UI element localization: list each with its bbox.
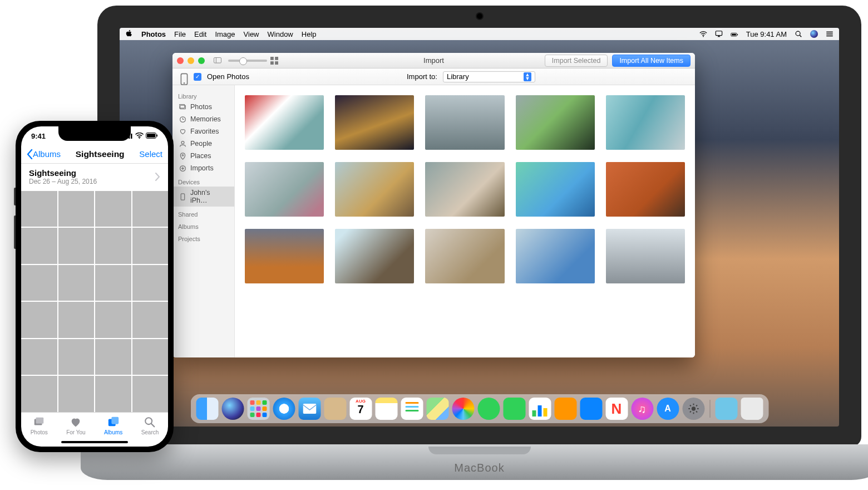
siri-icon[interactable] xyxy=(810,30,818,38)
tab-photos[interactable]: Photos xyxy=(31,416,48,435)
dock-app-calendar[interactable]: AUG7 xyxy=(349,398,372,420)
import-thumbnail[interactable] xyxy=(516,229,595,283)
import-thumbnail[interactable] xyxy=(425,229,504,283)
home-indicator[interactable] xyxy=(61,441,128,443)
photo-thumbnail[interactable] xyxy=(132,376,169,412)
thumbnail-size-slider[interactable] xyxy=(228,60,267,62)
menubar-item-image[interactable]: Image xyxy=(215,30,235,38)
import-selected-button[interactable]: Import Selected xyxy=(545,55,608,67)
import-thumbnail[interactable] xyxy=(245,95,324,150)
notification-center-icon[interactable] xyxy=(826,30,834,38)
sidebar-toggle-icon[interactable] xyxy=(214,57,221,65)
import-thumbnail[interactable] xyxy=(516,162,595,217)
menubar-item-file[interactable]: File xyxy=(174,30,186,38)
photo-thumbnail[interactable] xyxy=(95,302,131,338)
window-minimize-button[interactable] xyxy=(188,57,194,64)
back-button[interactable]: Albums xyxy=(27,149,61,159)
grid-view-icon[interactable] xyxy=(270,57,278,65)
dock-app-keynote[interactable] xyxy=(580,398,602,420)
dock-folder-downloads[interactable] xyxy=(715,398,737,420)
dock-app-mail[interactable] xyxy=(298,398,320,420)
dock-app-system-preferences[interactable] xyxy=(682,398,704,420)
dock-app-safari[interactable] xyxy=(273,398,295,420)
menubar-app-name[interactable]: Photos xyxy=(141,30,166,38)
sidebar-section-albums[interactable]: Albums xyxy=(172,222,234,231)
dock-app-news[interactable]: N xyxy=(605,398,628,420)
import-thumbnail[interactable] xyxy=(516,95,595,150)
dock-app-itunes[interactable]: ♫ xyxy=(631,398,653,420)
import-thumbnail[interactable] xyxy=(335,162,414,217)
menubar-item-edit[interactable]: Edit xyxy=(194,30,206,38)
photo-thumbnail[interactable] xyxy=(21,302,57,338)
menubar-item-window[interactable]: Window xyxy=(268,30,293,38)
photo-thumbnail[interactable] xyxy=(95,376,131,412)
photo-thumbnail[interactable] xyxy=(58,191,95,227)
dock-app-siri[interactable] xyxy=(221,398,244,420)
photo-thumbnail[interactable] xyxy=(132,228,169,264)
tab-for-you[interactable]: For You xyxy=(66,416,85,435)
photo-thumbnail[interactable] xyxy=(21,265,57,301)
sidebar-item-people[interactable]: People xyxy=(172,138,234,150)
dock-app-pages[interactable] xyxy=(554,398,576,420)
dock-app-facetime[interactable] xyxy=(503,398,525,420)
import-all-button[interactable]: Import All New Items xyxy=(612,55,691,67)
tab-albums[interactable]: Albums xyxy=(104,416,122,435)
photo-thumbnail[interactable] xyxy=(95,265,131,301)
airplay-icon[interactable] xyxy=(715,30,723,38)
import-thumbnail[interactable] xyxy=(606,162,685,217)
photo-thumbnail[interactable] xyxy=(21,228,57,264)
sidebar-section-projects[interactable]: Projects xyxy=(172,234,234,243)
dock-app-contacts[interactable] xyxy=(324,398,346,420)
dock-app-photos[interactable] xyxy=(452,398,474,420)
window-close-button[interactable] xyxy=(177,57,184,64)
sidebar-item-favorites[interactable]: Favorites xyxy=(172,125,234,138)
import-thumbnail[interactable] xyxy=(425,162,504,217)
photo-thumbnail[interactable] xyxy=(132,265,169,301)
photo-thumbnail[interactable] xyxy=(21,376,57,412)
menubar-clock[interactable]: Tue 9:41 AM xyxy=(746,30,787,38)
dock-trash[interactable] xyxy=(741,398,763,420)
photo-thumbnail[interactable] xyxy=(132,302,169,338)
import-thumbnail[interactable] xyxy=(245,229,324,283)
photo-thumbnail[interactable] xyxy=(58,265,95,301)
import-thumbnail[interactable] xyxy=(335,95,414,150)
import-to-select[interactable]: Library ▲▼ xyxy=(443,71,535,82)
import-thumbnail[interactable] xyxy=(606,229,685,283)
spotlight-icon[interactable] xyxy=(795,30,802,38)
photo-thumbnail[interactable] xyxy=(58,228,95,264)
dock-app-maps[interactable] xyxy=(426,398,448,420)
open-photos-checkbox[interactable]: ✓ xyxy=(194,73,201,81)
tab-search[interactable]: Search xyxy=(141,416,159,435)
photo-thumbnail[interactable] xyxy=(95,339,131,375)
sidebar-section-shared[interactable]: Shared xyxy=(172,210,234,219)
sidebar-item-places[interactable]: Places xyxy=(172,150,234,162)
photo-thumbnail[interactable] xyxy=(95,191,131,227)
sidebar-item-device-iphone[interactable]: John's iPh… xyxy=(172,187,234,207)
photo-thumbnail[interactable] xyxy=(58,302,95,338)
import-thumbnail[interactable] xyxy=(335,229,414,283)
import-thumbnail[interactable] xyxy=(245,162,324,217)
menubar-item-help[interactable]: Help xyxy=(302,30,317,38)
sidebar-item-photos[interactable]: Photos xyxy=(172,101,234,113)
album-header-row[interactable]: Sightseeing Dec 26 – Aug 25, 2016 xyxy=(21,164,168,191)
sidebar-item-memories[interactable]: Memories xyxy=(172,113,234,125)
photo-thumbnail[interactable] xyxy=(132,191,169,227)
photo-thumbnail[interactable] xyxy=(58,376,95,412)
menubar-item-view[interactable]: View xyxy=(244,30,259,38)
photo-thumbnail[interactable] xyxy=(21,339,57,375)
dock-app-finder[interactable] xyxy=(196,398,218,420)
sidebar-item-imports[interactable]: Imports xyxy=(172,162,234,174)
import-thumbnail[interactable] xyxy=(425,95,504,150)
photo-thumbnail[interactable] xyxy=(21,191,57,227)
import-thumbnail[interactable] xyxy=(606,95,685,150)
dock-app-appstore[interactable]: A xyxy=(657,398,679,420)
dock-app-launchpad[interactable] xyxy=(247,398,269,420)
battery-icon[interactable] xyxy=(731,30,738,38)
window-fullscreen-button[interactable] xyxy=(198,57,205,64)
dock-app-numbers[interactable] xyxy=(529,398,551,420)
dock-app-reminders[interactable] xyxy=(401,398,423,420)
select-button[interactable]: Select xyxy=(139,149,162,159)
dock-app-notes[interactable] xyxy=(375,398,397,420)
photo-thumbnail[interactable] xyxy=(132,339,169,375)
apple-menu[interactable] xyxy=(125,30,133,39)
